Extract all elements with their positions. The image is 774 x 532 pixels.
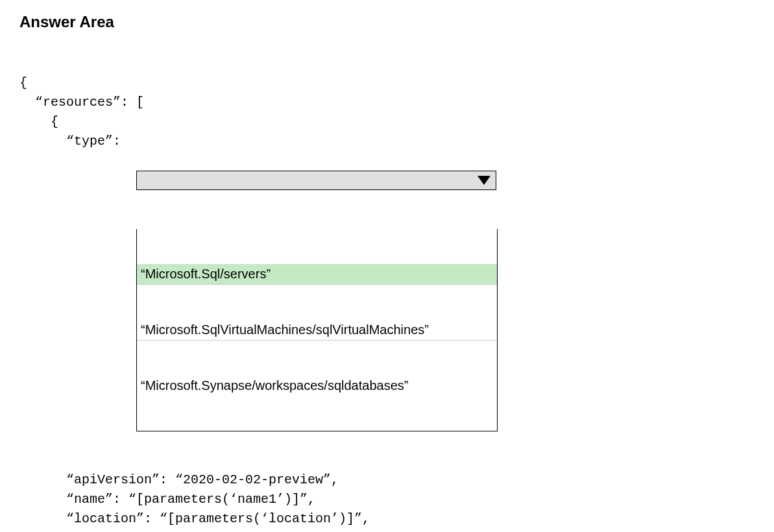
code-text: { [19,114,58,129]
page-title: Answer Area [19,13,755,31]
code-block: { “resources”: [ { “type”: “Microsoft.Sq… [19,54,755,532]
code-text: { [19,75,27,90]
dropdown-options-list: “Microsoft.Sql/servers” “Microsoft.SqlVi… [136,229,498,431]
dropdown-option[interactable]: “Microsoft.Sql/servers” [137,264,497,285]
code-text: “name”: “[parameters(‘name1’)]”, [19,492,315,507]
code-text: “location”: “[parameters(‘location’)]”, [19,511,370,526]
chevron-down-icon [478,176,490,185]
dropdown-header[interactable] [136,171,496,190]
type-dropdown[interactable]: “Microsoft.Sql/servers” “Microsoft.SqlVi… [136,132,498,451]
code-text: “apiVersion”: “2020-02-02-preview”, [19,472,339,487]
dropdown-option[interactable]: “Microsoft.SqlVirtualMachines/sqlVirtual… [137,320,497,341]
dropdown-option[interactable]: “Microsoft.Synapse/workspaces/sqldatabas… [137,376,497,396]
code-text: “type”: [19,132,136,151]
code-text: “resources”: [ [19,95,144,110]
